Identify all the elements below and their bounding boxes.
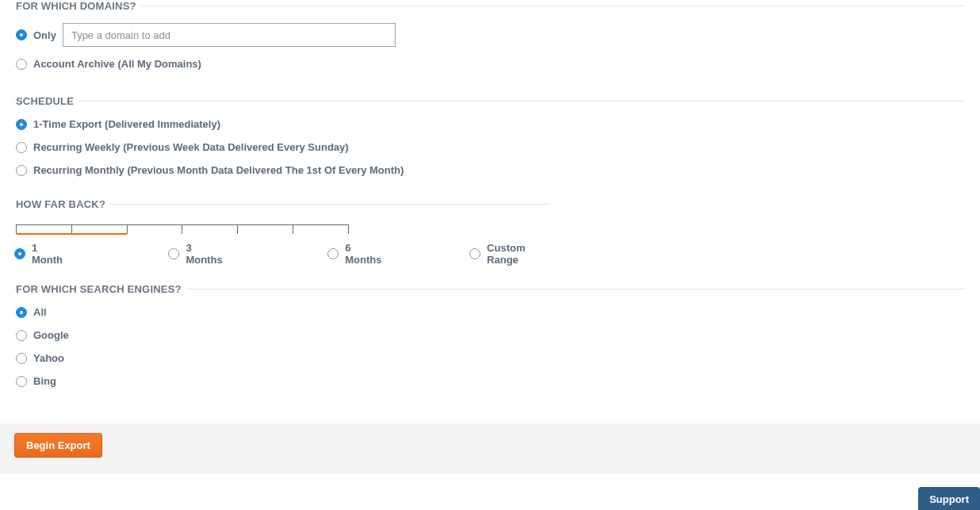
schedule-radio-2[interactable] bbox=[16, 165, 27, 176]
engine-radio-label: Yahoo bbox=[33, 352, 64, 364]
engine-option-row: Google bbox=[16, 329, 966, 341]
engine-option-row: All bbox=[16, 306, 966, 318]
radio-only-label: Only bbox=[33, 29, 56, 41]
section-howfar: HOW FAR BACK? 1 Month3 Months6 MonthsCus… bbox=[14, 198, 550, 266]
footer-bar: Begin Export bbox=[0, 424, 980, 474]
schedule-radio-label: Recurring Monthly (Previous Month Data D… bbox=[33, 164, 404, 176]
radio-only[interactable] bbox=[16, 29, 27, 40]
domain-input[interactable] bbox=[63, 23, 396, 47]
schedule-radio-1[interactable] bbox=[16, 142, 27, 153]
schedule-option-row: 1-Time Export (Delivered Immediately) bbox=[16, 118, 966, 130]
howfar-radio-1[interactable] bbox=[168, 248, 179, 259]
engine-radio-label: Google bbox=[33, 329, 69, 341]
section-engines-title: FOR WHICH SEARCH ENGINES? bbox=[16, 283, 186, 295]
howfar-radio-label: 3 Months bbox=[186, 242, 224, 266]
howfar-radio-label: 6 Months bbox=[345, 242, 384, 266]
begin-export-button[interactable]: Begin Export bbox=[14, 433, 102, 458]
section-schedule-title: SCHEDULE bbox=[16, 95, 78, 107]
schedule-option-row: Recurring Weekly (Previous Week Data Del… bbox=[16, 141, 966, 153]
engine-option-row: Yahoo bbox=[16, 352, 966, 364]
time-scale-fill bbox=[17, 233, 127, 235]
scale-tick bbox=[238, 225, 293, 234]
section-engines: FOR WHICH SEARCH ENGINES? AllGoogleYahoo… bbox=[14, 283, 966, 392]
scale-tick bbox=[128, 225, 183, 234]
howfar-radio-3[interactable] bbox=[469, 248, 480, 259]
engine-radio-3[interactable] bbox=[16, 376, 27, 387]
section-domains-title: FOR WHICH DOMAINS? bbox=[16, 0, 141, 12]
engine-radio-1[interactable] bbox=[16, 330, 27, 341]
section-domains: FOR WHICH DOMAINS? Only Account Archive … bbox=[14, 0, 966, 78]
radio-account-archive[interactable] bbox=[16, 59, 27, 70]
option-only-row: Only bbox=[16, 23, 966, 47]
howfar-option: 6 Months bbox=[327, 242, 384, 266]
section-howfar-title: HOW FAR BACK? bbox=[16, 198, 110, 210]
howfar-option: 3 Months bbox=[168, 242, 224, 266]
section-schedule: SCHEDULE 1-Time Export (Delivered Immedi… bbox=[14, 95, 966, 181]
scale-tick bbox=[182, 225, 238, 234]
howfar-radio-0[interactable] bbox=[14, 248, 25, 259]
howfar-radio-2[interactable] bbox=[327, 248, 339, 259]
radio-account-archive-label: Account Archive (All My Domains) bbox=[33, 58, 201, 70]
engine-radio-2[interactable] bbox=[16, 353, 27, 364]
option-archive-row: Account Archive (All My Domains) bbox=[16, 58, 966, 70]
howfar-radio-label: 1 Month bbox=[32, 242, 65, 266]
schedule-radio-0[interactable] bbox=[16, 119, 27, 130]
time-scale[interactable] bbox=[16, 224, 349, 234]
engine-radio-0[interactable] bbox=[16, 307, 27, 318]
howfar-option: Custom Range bbox=[469, 242, 550, 266]
engine-radio-label: All bbox=[33, 306, 47, 318]
schedule-option-row: Recurring Monthly (Previous Month Data D… bbox=[16, 164, 966, 176]
schedule-radio-label: 1-Time Export (Delivered Immediately) bbox=[33, 118, 220, 130]
scale-tick bbox=[293, 225, 348, 234]
howfar-option: 1 Month bbox=[14, 242, 65, 266]
howfar-radio-label: Custom Range bbox=[487, 242, 550, 266]
engine-option-row: Bing bbox=[16, 375, 966, 387]
schedule-radio-label: Recurring Weekly (Previous Week Data Del… bbox=[33, 141, 349, 153]
engine-radio-label: Bing bbox=[33, 375, 56, 387]
